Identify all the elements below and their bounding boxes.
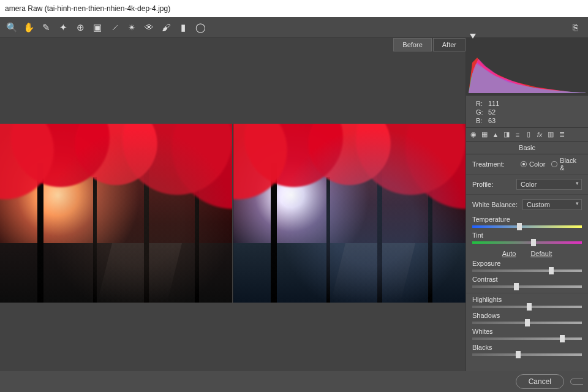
- tab-detail-icon[interactable]: ▲: [491, 130, 500, 140]
- canvas-area: Before After: [0, 38, 466, 388]
- target-adjust-icon[interactable]: ⊕: [72, 20, 88, 36]
- redeye-tool-icon[interactable]: 👁: [141, 20, 157, 36]
- rgb-readout: R:111 G:52 B:63: [466, 96, 588, 128]
- spot-removal-icon[interactable]: ✴: [124, 20, 140, 36]
- preview-after[interactable]: [233, 124, 466, 303]
- temperature-label: Temperature: [472, 216, 582, 223]
- panel-tabstrip: ◉ ▦ ▲ ◨ ≡ ▯ fx ▥ ≣: [466, 128, 588, 141]
- title-bar: amera Raw (tai-hinh-nen-thien-nhien-4k-d…: [0, 0, 588, 17]
- shadows-label: Shadows: [472, 312, 582, 319]
- rgb-b-label: B:: [476, 116, 488, 125]
- treatment-row: Treatment: Color Black &: [472, 157, 582, 172]
- treatment-bw-text[interactable]: Black &: [560, 157, 582, 172]
- gradient-tool-icon[interactable]: ▮: [175, 20, 191, 36]
- blacks-label: Blacks: [472, 344, 582, 351]
- rgb-g-value: 52: [488, 108, 496, 116]
- footer: Cancel: [0, 371, 588, 392]
- done-button[interactable]: [570, 379, 583, 385]
- tab-curve-icon[interactable]: ▦: [480, 130, 489, 140]
- panel-section-title: Basic: [466, 141, 588, 154]
- compare-tabs: Before After: [0, 38, 466, 51]
- histogram-clip-marker-icon[interactable]: [470, 34, 476, 39]
- whites-label: Whites: [472, 328, 582, 335]
- tab-fx-icon[interactable]: fx: [535, 130, 545, 140]
- tab-presets-icon[interactable]: ≣: [557, 130, 567, 140]
- radial-tool-icon[interactable]: ◯: [192, 20, 208, 36]
- tab-lens-icon[interactable]: ▯: [524, 130, 533, 140]
- whites-slider[interactable]: [472, 337, 582, 340]
- window-title: amera Raw (tai-hinh-nen-thien-nhien-4k-d…: [5, 4, 170, 13]
- wb-select[interactable]: Custom: [522, 199, 582, 210]
- cancel-button[interactable]: Cancel: [516, 374, 564, 389]
- straighten-tool-icon[interactable]: ⟋: [107, 20, 123, 36]
- crop-tool-icon[interactable]: ▣: [89, 20, 105, 36]
- zoom-tool-icon[interactable]: 🔍: [4, 20, 20, 36]
- tab-split-icon[interactable]: ≡: [513, 130, 522, 140]
- preview-row: [0, 124, 466, 303]
- rgb-r-label: R:: [476, 99, 488, 108]
- temperature-slider[interactable]: [472, 225, 582, 228]
- profile-label: Profile:: [472, 181, 516, 188]
- default-link[interactable]: Default: [530, 250, 552, 257]
- color-sampler-icon[interactable]: ✦: [55, 20, 71, 36]
- main-area: Before After: [0, 38, 588, 388]
- treatment-color-radio[interactable]: [521, 161, 527, 167]
- rgb-b-value: 63: [488, 116, 496, 125]
- tint-label: Tint: [472, 232, 582, 239]
- export-icon[interactable]: ⎘: [567, 20, 583, 36]
- tab-calib-icon[interactable]: ▥: [546, 130, 556, 140]
- exposure-slider[interactable]: [472, 270, 582, 272]
- histogram[interactable]: [466, 38, 588, 96]
- right-panel: R:111 G:52 B:63 ◉ ▦ ▲ ◨ ≡ ▯ fx ▥ ≣ Basic…: [466, 38, 588, 388]
- treatment-label: Treatment:: [472, 160, 514, 168]
- preview-before[interactable]: [0, 124, 232, 303]
- toolbar: 🔍 ✋ ✎ ✦ ⊕ ▣ ⟋ ✴ 👁 🖌 ▮ ◯ ⎘: [0, 17, 588, 38]
- highlights-label: Highlights: [472, 296, 582, 303]
- wb-label: White Balance:: [472, 201, 522, 208]
- eyedropper-white-icon[interactable]: ✎: [38, 20, 54, 36]
- rgb-r-value: 111: [488, 99, 499, 108]
- hand-tool-icon[interactable]: ✋: [21, 20, 37, 36]
- highlights-slider[interactable]: [472, 306, 582, 308]
- tab-after[interactable]: After: [433, 38, 466, 51]
- contrast-slider[interactable]: [472, 285, 582, 288]
- exposure-label: Exposure: [472, 260, 582, 267]
- shadows-slider[interactable]: [472, 322, 582, 324]
- tint-slider[interactable]: [472, 241, 582, 244]
- tab-basic-icon[interactable]: ◉: [469, 130, 478, 140]
- treatment-bw-radio[interactable]: [551, 161, 557, 167]
- tab-hsl-icon[interactable]: ◨: [502, 130, 511, 140]
- profile-select[interactable]: Color: [516, 179, 582, 190]
- tab-before[interactable]: Before: [393, 38, 431, 51]
- brush-tool-icon[interactable]: 🖌: [158, 20, 174, 36]
- contrast-label: Contrast: [472, 276, 582, 283]
- auto-link[interactable]: Auto: [502, 250, 516, 257]
- treatment-color-text[interactable]: Color: [529, 160, 545, 168]
- rgb-g-label: G:: [476, 108, 488, 116]
- blacks-slider[interactable]: [472, 353, 582, 356]
